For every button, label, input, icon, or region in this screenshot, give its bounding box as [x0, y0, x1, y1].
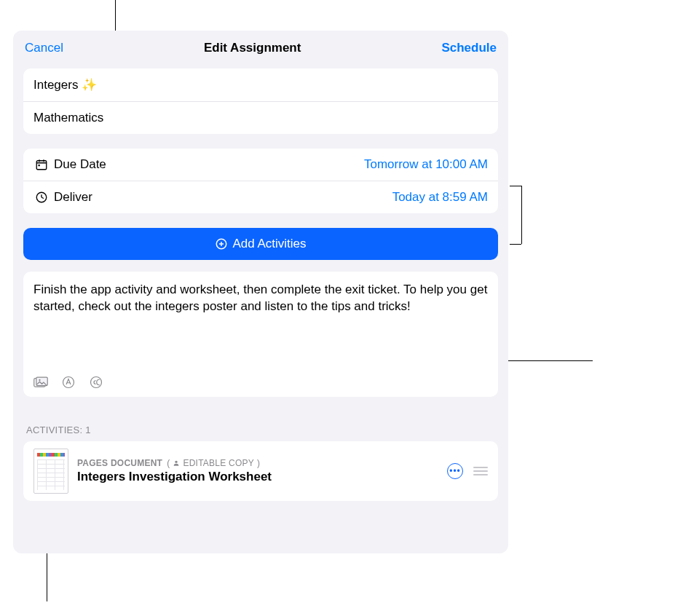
deliver-value[interactable]: Today at 8:59 AM: [392, 190, 488, 205]
instructions-card: Finish the app activity and worksheet, t…: [23, 272, 498, 397]
activity-info: PAGES DOCUMENT ( EDITABLE COPY ) Integer…: [77, 458, 438, 484]
media-toolbar: [33, 375, 488, 390]
add-activities-label: Add Activities: [232, 237, 306, 251]
assignment-title-field[interactable]: Integers ✨: [23, 68, 498, 101]
svg-line-7: [42, 197, 44, 199]
audio-icon[interactable]: [89, 375, 103, 390]
clock-icon: [33, 191, 50, 204]
activity-type-label: PAGES DOCUMENT: [77, 458, 162, 468]
reorder-icon[interactable]: [473, 467, 488, 475]
class-field[interactable]: Mathematics: [23, 101, 498, 134]
due-date-label: Due Date: [54, 157, 106, 172]
instructions-textarea[interactable]: Finish the app activity and worksheet, t…: [33, 282, 488, 355]
activity-actions: •••: [447, 463, 488, 479]
add-activities-button[interactable]: Add Activities: [23, 228, 498, 260]
svg-point-15: [91, 377, 102, 388]
title-class-card: Integers ✨ Mathematics: [23, 68, 498, 134]
activity-thumbnail: [33, 449, 68, 494]
svg-rect-4: [39, 165, 40, 166]
callout-tick-dates-top: [510, 186, 521, 186]
svg-point-16: [175, 461, 178, 463]
more-icon[interactable]: •••: [447, 463, 463, 479]
activities-header: ACTIVITIES: 1: [26, 425, 495, 435]
activity-title: Integers Investigation Worksheet: [77, 470, 438, 484]
deliver-row[interactable]: Deliver Today at 8:59 AM: [23, 181, 498, 213]
callout-line-instructions: [498, 360, 593, 361]
svg-point-13: [39, 379, 40, 381]
cancel-button[interactable]: Cancel: [25, 41, 63, 55]
calendar-icon: [33, 158, 50, 171]
due-date-value[interactable]: Tomorrow at 10:00 AM: [364, 157, 488, 172]
photo-icon[interactable]: [33, 375, 48, 390]
navbar: Cancel Edit Assignment Schedule: [13, 31, 508, 66]
callout-line-dates: [521, 186, 522, 244]
deliver-label: Deliver: [54, 190, 92, 205]
activity-badge-label: EDITABLE COPY: [183, 458, 254, 468]
due-date-row[interactable]: Due Date Tomorrow at 10:00 AM: [23, 149, 498, 181]
markup-icon[interactable]: [61, 375, 76, 390]
person-icon: [173, 459, 180, 467]
assignment-title-text: Integers ✨: [33, 77, 97, 92]
dates-card: Due Date Tomorrow at 10:00 AM Deliver To…: [23, 149, 498, 213]
activity-item[interactable]: PAGES DOCUMENT ( EDITABLE COPY ) Integer…: [23, 441, 498, 501]
page-title: Edit Assignment: [204, 41, 301, 55]
class-name-text: Mathematics: [33, 111, 103, 125]
svg-rect-0: [36, 161, 47, 170]
schedule-button[interactable]: Schedule: [441, 41, 497, 55]
callout-tick-dates-bottom: [510, 244, 521, 245]
plus-circle-icon: [215, 237, 228, 250]
edit-assignment-panel: Cancel Edit Assignment Schedule Integers…: [13, 31, 508, 553]
